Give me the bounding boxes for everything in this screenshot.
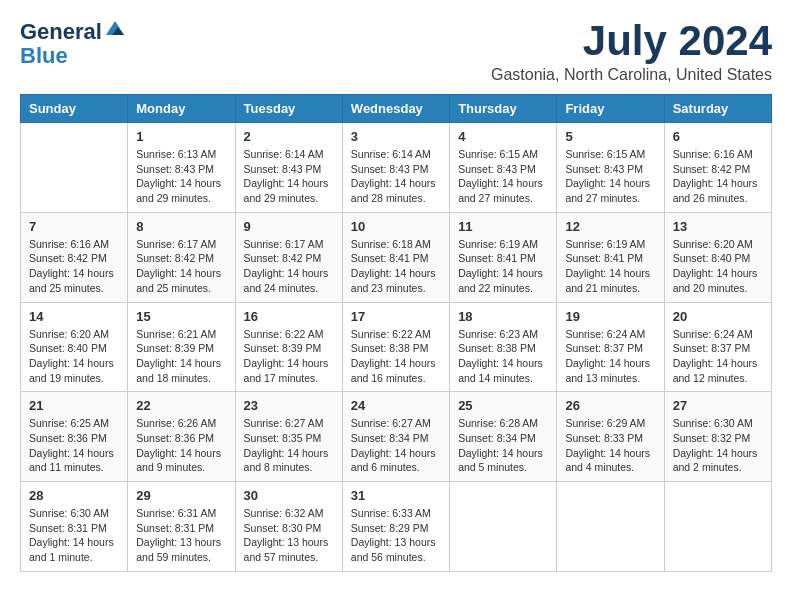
calendar-cell: 11Sunrise: 6:19 AMSunset: 8:41 PMDayligh… [450,212,557,302]
header-saturday: Saturday [664,95,771,123]
header-wednesday: Wednesday [342,95,449,123]
calendar-cell [557,482,664,572]
calendar-cell: 7Sunrise: 6:16 AMSunset: 8:42 PMDaylight… [21,212,128,302]
day-info: Sunrise: 6:22 AMSunset: 8:39 PMDaylight:… [244,327,334,386]
day-info: Sunrise: 6:28 AMSunset: 8:34 PMDaylight:… [458,416,548,475]
day-info: Sunrise: 6:15 AMSunset: 8:43 PMDaylight:… [565,147,655,206]
calendar-cell: 9Sunrise: 6:17 AMSunset: 8:42 PMDaylight… [235,212,342,302]
day-number: 26 [565,398,655,413]
day-number: 25 [458,398,548,413]
calendar-cell: 5Sunrise: 6:15 AMSunset: 8:43 PMDaylight… [557,123,664,213]
day-info: Sunrise: 6:23 AMSunset: 8:38 PMDaylight:… [458,327,548,386]
day-number: 18 [458,309,548,324]
day-number: 21 [29,398,119,413]
day-info: Sunrise: 6:26 AMSunset: 8:36 PMDaylight:… [136,416,226,475]
day-info: Sunrise: 6:32 AMSunset: 8:30 PMDaylight:… [244,506,334,565]
day-info: Sunrise: 6:14 AMSunset: 8:43 PMDaylight:… [244,147,334,206]
day-number: 4 [458,129,548,144]
calendar-cell: 17Sunrise: 6:22 AMSunset: 8:38 PMDayligh… [342,302,449,392]
day-number: 22 [136,398,226,413]
calendar-cell: 24Sunrise: 6:27 AMSunset: 8:34 PMDayligh… [342,392,449,482]
day-info: Sunrise: 6:19 AMSunset: 8:41 PMDaylight:… [565,237,655,296]
calendar-cell: 18Sunrise: 6:23 AMSunset: 8:38 PMDayligh… [450,302,557,392]
day-info: Sunrise: 6:24 AMSunset: 8:37 PMDaylight:… [673,327,763,386]
day-info: Sunrise: 6:16 AMSunset: 8:42 PMDaylight:… [673,147,763,206]
header-friday: Friday [557,95,664,123]
day-info: Sunrise: 6:20 AMSunset: 8:40 PMDaylight:… [673,237,763,296]
day-number: 7 [29,219,119,234]
calendar-cell: 14Sunrise: 6:20 AMSunset: 8:40 PMDayligh… [21,302,128,392]
day-info: Sunrise: 6:30 AMSunset: 8:32 PMDaylight:… [673,416,763,475]
calendar-cell: 20Sunrise: 6:24 AMSunset: 8:37 PMDayligh… [664,302,771,392]
day-info: Sunrise: 6:27 AMSunset: 8:34 PMDaylight:… [351,416,441,475]
week-row-4: 28Sunrise: 6:30 AMSunset: 8:31 PMDayligh… [21,482,772,572]
day-number: 17 [351,309,441,324]
day-info: Sunrise: 6:29 AMSunset: 8:33 PMDaylight:… [565,416,655,475]
calendar-cell: 13Sunrise: 6:20 AMSunset: 8:40 PMDayligh… [664,212,771,302]
day-number: 5 [565,129,655,144]
day-number: 10 [351,219,441,234]
day-number: 1 [136,129,226,144]
month-title: July 2024 [491,20,772,62]
week-row-3: 21Sunrise: 6:25 AMSunset: 8:36 PMDayligh… [21,392,772,482]
day-info: Sunrise: 6:13 AMSunset: 8:43 PMDaylight:… [136,147,226,206]
logo-icon [104,17,126,39]
day-info: Sunrise: 6:16 AMSunset: 8:42 PMDaylight:… [29,237,119,296]
day-info: Sunrise: 6:14 AMSunset: 8:43 PMDaylight:… [351,147,441,206]
day-info: Sunrise: 6:24 AMSunset: 8:37 PMDaylight:… [565,327,655,386]
logo: General Blue [20,20,126,68]
title-section: July 2024 Gastonia, North Carolina, Unit… [491,20,772,84]
day-info: Sunrise: 6:22 AMSunset: 8:38 PMDaylight:… [351,327,441,386]
day-number: 3 [351,129,441,144]
header-tuesday: Tuesday [235,95,342,123]
calendar-cell: 2Sunrise: 6:14 AMSunset: 8:43 PMDaylight… [235,123,342,213]
day-number: 9 [244,219,334,234]
day-number: 23 [244,398,334,413]
calendar-cell: 1Sunrise: 6:13 AMSunset: 8:43 PMDaylight… [128,123,235,213]
logo-text-blue: Blue [20,44,126,68]
day-info: Sunrise: 6:27 AMSunset: 8:35 PMDaylight:… [244,416,334,475]
calendar-cell: 6Sunrise: 6:16 AMSunset: 8:42 PMDaylight… [664,123,771,213]
day-info: Sunrise: 6:30 AMSunset: 8:31 PMDaylight:… [29,506,119,565]
day-info: Sunrise: 6:19 AMSunset: 8:41 PMDaylight:… [458,237,548,296]
day-info: Sunrise: 6:33 AMSunset: 8:29 PMDaylight:… [351,506,441,565]
calendar-cell [664,482,771,572]
day-number: 27 [673,398,763,413]
calendar-cell: 25Sunrise: 6:28 AMSunset: 8:34 PMDayligh… [450,392,557,482]
calendar-cell: 31Sunrise: 6:33 AMSunset: 8:29 PMDayligh… [342,482,449,572]
header: General Blue July 2024 Gastonia, North C… [20,20,772,84]
day-number: 13 [673,219,763,234]
day-info: Sunrise: 6:18 AMSunset: 8:41 PMDaylight:… [351,237,441,296]
week-row-1: 7Sunrise: 6:16 AMSunset: 8:42 PMDaylight… [21,212,772,302]
day-info: Sunrise: 6:21 AMSunset: 8:39 PMDaylight:… [136,327,226,386]
calendar-cell: 27Sunrise: 6:30 AMSunset: 8:32 PMDayligh… [664,392,771,482]
calendar-cell: 19Sunrise: 6:24 AMSunset: 8:37 PMDayligh… [557,302,664,392]
week-row-2: 14Sunrise: 6:20 AMSunset: 8:40 PMDayligh… [21,302,772,392]
location-title: Gastonia, North Carolina, United States [491,66,772,84]
day-number: 6 [673,129,763,144]
calendar-header-row: SundayMondayTuesdayWednesdayThursdayFrid… [21,95,772,123]
day-number: 19 [565,309,655,324]
calendar-cell [450,482,557,572]
calendar-cell: 4Sunrise: 6:15 AMSunset: 8:43 PMDaylight… [450,123,557,213]
day-number: 29 [136,488,226,503]
week-row-0: 1Sunrise: 6:13 AMSunset: 8:43 PMDaylight… [21,123,772,213]
calendar-cell: 12Sunrise: 6:19 AMSunset: 8:41 PMDayligh… [557,212,664,302]
day-number: 11 [458,219,548,234]
header-sunday: Sunday [21,95,128,123]
logo-text-general: General [20,20,102,44]
calendar-cell: 22Sunrise: 6:26 AMSunset: 8:36 PMDayligh… [128,392,235,482]
day-number: 31 [351,488,441,503]
calendar-cell: 30Sunrise: 6:32 AMSunset: 8:30 PMDayligh… [235,482,342,572]
day-info: Sunrise: 6:31 AMSunset: 8:31 PMDaylight:… [136,506,226,565]
day-number: 14 [29,309,119,324]
day-info: Sunrise: 6:17 AMSunset: 8:42 PMDaylight:… [136,237,226,296]
day-number: 28 [29,488,119,503]
day-number: 16 [244,309,334,324]
day-info: Sunrise: 6:20 AMSunset: 8:40 PMDaylight:… [29,327,119,386]
day-number: 15 [136,309,226,324]
day-number: 12 [565,219,655,234]
header-thursday: Thursday [450,95,557,123]
day-info: Sunrise: 6:25 AMSunset: 8:36 PMDaylight:… [29,416,119,475]
day-number: 24 [351,398,441,413]
